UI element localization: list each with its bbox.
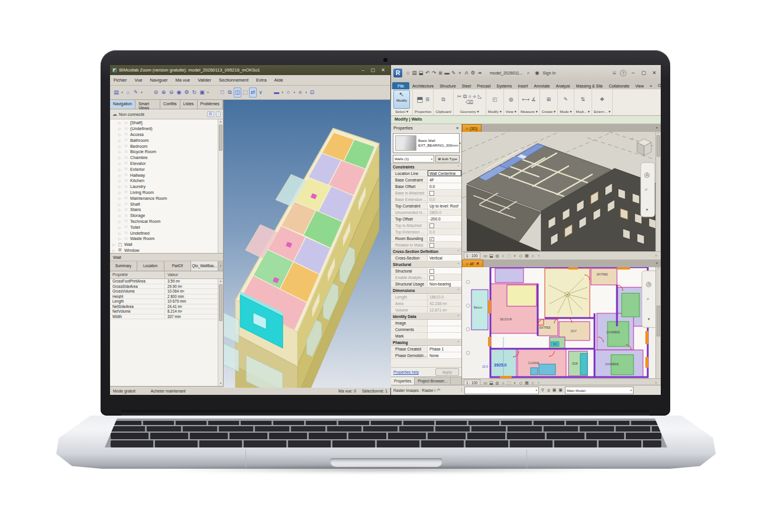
property-row[interactable]: Room Bounding bbox=[391, 235, 461, 242]
ribbon-group-label[interactable]: Extern... ▾ bbox=[592, 109, 612, 115]
menu-item[interactable]: Aide bbox=[274, 77, 283, 83]
view-cube[interactable] bbox=[637, 139, 651, 155]
close-view-icon[interactable]: ✕ bbox=[476, 261, 480, 266]
table-row[interactable]: Width 337 mm bbox=[110, 314, 223, 320]
toolbar-icon[interactable]: ▤ bbox=[112, 87, 120, 98]
view-control-icon[interactable]: ‹ bbox=[536, 254, 542, 258]
column-propriete[interactable]: Propriété bbox=[110, 271, 165, 278]
quick-access-icon[interactable]: ▬ bbox=[444, 70, 450, 76]
tree-item-space[interactable]: ▷ ∷ Kitchen bbox=[110, 178, 223, 184]
app-store-icon[interactable]: ⌸ bbox=[611, 70, 618, 76]
expander-icon[interactable]: ▷ bbox=[118, 190, 122, 194]
scrollbar-thumb[interactable] bbox=[219, 125, 222, 151]
ribbon-group-label[interactable]: Modi... ▾ bbox=[574, 109, 592, 115]
toolbar-icon[interactable]: ⬚ bbox=[241, 87, 249, 98]
tree-scrollbar[interactable]: ▲ bbox=[218, 119, 223, 253]
expander-icon[interactable]: ▷ bbox=[118, 207, 122, 212]
ribbon-tab[interactable]: Systems bbox=[493, 82, 515, 89]
ribbon-tab[interactable]: » bbox=[647, 82, 655, 89]
quick-access-icon[interactable]: ⬓ bbox=[418, 70, 424, 76]
user-icon[interactable]: ◉ bbox=[534, 70, 541, 76]
scroll-up-icon[interactable]: ▲ bbox=[218, 119, 223, 124]
help-icon[interactable]: ? bbox=[620, 70, 626, 76]
minimize-button[interactable]: – bbox=[629, 70, 637, 76]
expander-icon[interactable]: ▷ bbox=[118, 138, 122, 142]
quick-access-icon[interactable]: A bbox=[463, 70, 470, 76]
property-row[interactable]: Base Extension ... 0.0 bbox=[391, 196, 461, 203]
select-toggle-icon[interactable]: ▣ bbox=[558, 388, 563, 392]
toolbar-icon[interactable]: ⇄ bbox=[249, 87, 257, 98]
edit-type-button[interactable]: ⊞ Edit Type bbox=[435, 155, 460, 163]
view-control-icon[interactable]: ☼ bbox=[500, 254, 506, 258]
expander-icon[interactable]: ▷ bbox=[118, 236, 122, 241]
table-scrollbar[interactable]: ▲ ▼ bbox=[218, 279, 223, 386]
view-tab-4f[interactable]: ⌑ 4F ✕ bbox=[462, 259, 483, 267]
menu-item[interactable]: Vue bbox=[135, 77, 143, 83]
toolbar-icon[interactable]: □ bbox=[218, 87, 226, 98]
scrollbar-thumb[interactable] bbox=[219, 284, 222, 321]
toolbar-icon[interactable]: ▾ bbox=[140, 87, 144, 98]
ribbon-tab[interactable]: Structure bbox=[437, 82, 459, 89]
ribbon-tab[interactable]: Precast bbox=[474, 82, 493, 89]
property-row[interactable]: Top Offset -200.0 bbox=[391, 216, 461, 222]
view-control-icon[interactable]: ⌂ bbox=[530, 254, 536, 258]
property-row[interactable]: Dimensions bbox=[391, 287, 461, 294]
ribbon-group-icons[interactable]: ◍ bbox=[509, 96, 513, 102]
expander-icon[interactable]: ▷ bbox=[118, 225, 122, 229]
revit-titlebar[interactable]: R ⌂▤⬓↶↷≣▬✎⌖A⚙↠ model_2026011... ⌕ ◉ Sign… bbox=[391, 65, 661, 80]
ribbon-group-icons[interactable]: ✂ ⧉ ⌗ ⟡ ◺ ⌫ bbox=[456, 93, 483, 105]
property-row[interactable]: Base is Attached bbox=[391, 190, 461, 196]
ribbon-tab[interactable]: Massing & Site bbox=[573, 82, 606, 89]
property-row[interactable]: Unconnected H... 2800.0 bbox=[391, 209, 461, 216]
toolbar-icon[interactable]: ◫ bbox=[234, 87, 241, 98]
minimize-button[interactable]: – bbox=[358, 67, 368, 73]
design-option-dropdown[interactable]: ▾ bbox=[464, 387, 539, 394]
select-toggle-icon[interactable]: ▣ bbox=[552, 388, 557, 392]
ribbon-group-label[interactable]: Create ▾ bbox=[540, 109, 557, 115]
sidebar-tab[interactable]: Conflits bbox=[160, 100, 180, 109]
tree-item-space[interactable]: ▷ ∷ Elevator bbox=[110, 161, 223, 167]
tabs-overflow-icon[interactable]: › bbox=[218, 261, 223, 271]
expander-icon[interactable]: ▷ bbox=[118, 126, 122, 131]
scroll-right-icon[interactable]: › bbox=[653, 254, 659, 258]
expander-icon[interactable]: ▷ bbox=[118, 231, 122, 235]
view-tab-3d[interactable]: ⌑ {3D} bbox=[462, 124, 482, 132]
menu-item[interactable]: Extra bbox=[256, 77, 267, 83]
table-row[interactable]: Length 10 679 mm bbox=[110, 299, 223, 304]
ribbon-group-label[interactable]: Modify ▾ bbox=[486, 109, 503, 115]
view-scrollbar[interactable]: ˄ bbox=[655, 267, 661, 378]
element-filter-dropdown[interactable]: Walls (1)▾ bbox=[393, 155, 434, 163]
tree-item-space[interactable]: ▷ ∷ Technical Room bbox=[110, 219, 223, 225]
expander-icon[interactable]: ▷ bbox=[118, 219, 122, 223]
maximize-button[interactable]: ▢ bbox=[368, 67, 378, 73]
sidebar-tab[interactable]: Listes bbox=[180, 100, 198, 109]
toolbar-icon[interactable]: ◉ bbox=[175, 87, 183, 98]
property-row[interactable]: Structural Usage Non-bearing bbox=[391, 281, 461, 287]
keyboard[interactable] bbox=[105, 419, 667, 447]
ribbon-tab[interactable]: Annotate bbox=[531, 82, 552, 89]
expander-icon[interactable]: ▷ bbox=[118, 161, 122, 166]
search-icon[interactable]: ⌕ bbox=[525, 70, 532, 76]
group-icon[interactable]: ⁝ bbox=[216, 111, 221, 117]
ribbon-tab[interactable]: Steel bbox=[459, 82, 474, 89]
ribbon-tab[interactable]: File bbox=[392, 82, 409, 89]
quick-access-icon[interactable]: ≣ bbox=[437, 70, 444, 76]
sidebar-tab[interactable]: Navigation bbox=[110, 100, 135, 109]
quick-access-icon[interactable]: ↷ bbox=[431, 70, 437, 76]
tree-item-space[interactable]: ▷ ∷ Storage bbox=[110, 213, 223, 219]
view-control-icon[interactable]: ▦ bbox=[524, 254, 530, 258]
navigation-bar[interactable]: ◎ ⌕ ▾ bbox=[641, 163, 655, 217]
chevron-down-icon[interactable]: ▾ bbox=[458, 141, 462, 145]
property-row[interactable]: Structural bbox=[391, 261, 461, 268]
toolbar-icon[interactable]: ≡ bbox=[296, 87, 304, 98]
tree-item-space[interactable]: ▷ ∷ Living Room bbox=[110, 190, 223, 196]
property-row[interactable]: Constraints bbox=[391, 164, 461, 170]
wall-panel-tab[interactable]: PartOf bbox=[164, 261, 192, 271]
property-row[interactable]: Mark bbox=[391, 333, 461, 339]
home-icon[interactable]: ⌂ bbox=[631, 137, 634, 141]
table-row[interactable]: NetVolume 8.214 m³ bbox=[110, 309, 223, 314]
property-row[interactable]: Cross-Section Definition bbox=[391, 248, 461, 255]
tree-item-space[interactable]: ▷ ∷ (Undefined) bbox=[110, 126, 223, 132]
tree-item-space[interactable]: ▷ ∷ Access bbox=[110, 132, 223, 138]
view-control-icon[interactable]: ◍ bbox=[495, 254, 500, 258]
